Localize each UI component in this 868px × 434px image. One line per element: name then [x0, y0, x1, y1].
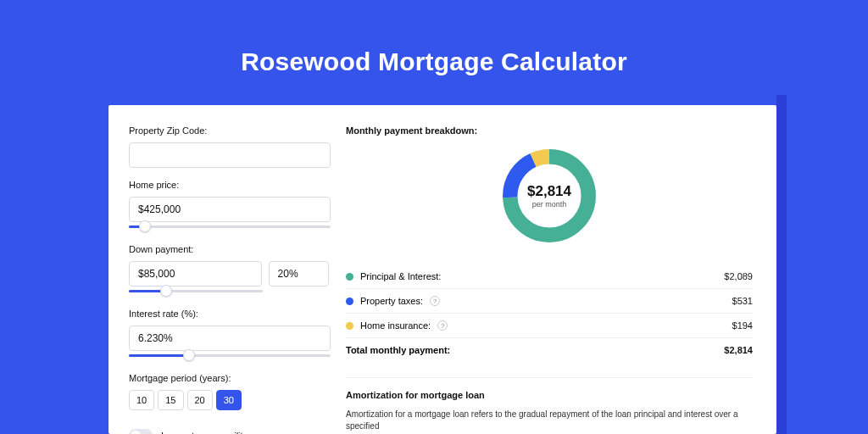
slider-fill: [129, 354, 189, 357]
legend-label: Home insurance:: [360, 320, 431, 331]
interest-group: Interest rate (%): 6.230%: [129, 309, 329, 361]
total-value: $2,814: [724, 345, 753, 355]
legend-row-insurance: Home insurance: ? $194: [346, 313, 753, 337]
calculator-card: Property Zip Code: Home price: $425,000 …: [108, 105, 776, 434]
veteran-toggle[interactable]: [129, 429, 153, 434]
zip-input[interactable]: [129, 142, 331, 168]
period-pill-row: 10 15 20 30: [129, 390, 329, 410]
page-background: Rosewood Mortgage Calculator Property Zi…: [0, 0, 868, 434]
help-icon[interactable]: ?: [430, 296, 440, 306]
period-label: Mortgage period (years):: [129, 373, 329, 383]
amortization-section: Amortization for mortgage loan Amortizat…: [346, 377, 753, 432]
toggle-knob: [131, 431, 141, 434]
legend-row-total: Total monthly payment: $2,814: [346, 337, 753, 362]
slider-thumb[interactable]: [183, 349, 195, 361]
home-price-group: Home price: $425,000: [129, 180, 329, 232]
home-price-value: $425,000: [138, 203, 181, 215]
period-option-30[interactable]: 30: [216, 390, 242, 410]
interest-slider[interactable]: [129, 349, 331, 361]
slider-thumb[interactable]: [160, 285, 172, 297]
total-label: Total monthly payment:: [346, 345, 450, 355]
dot-icon: [346, 298, 353, 305]
legend: Principal & Interest: $2,089 Property ta…: [346, 264, 753, 362]
legend-label: Property taxes:: [360, 296, 423, 306]
period-option-15[interactable]: 15: [158, 390, 183, 410]
interest-label: Interest rate (%):: [129, 309, 329, 319]
down-payment-pct-input[interactable]: 20%: [269, 261, 329, 287]
donut-per-month: per month: [532, 200, 567, 209]
amortization-text: Amortization for a mortgage loan refers …: [346, 409, 753, 432]
slider-track: [129, 225, 331, 228]
down-payment-group: Down payment: $85,000 20%: [129, 244, 329, 297]
amortization-title: Amortization for mortgage loan: [346, 390, 753, 400]
dot-icon: [346, 322, 353, 330]
donut-amount: $2,814: [527, 183, 571, 200]
donut-center: $2,814 per month: [498, 144, 601, 248]
legend-label: Principal & Interest:: [360, 271, 441, 281]
legend-row-taxes: Property taxes: ? $531: [346, 288, 753, 313]
legend-value: $531: [732, 296, 753, 306]
legend-value: $2,089: [724, 271, 753, 281]
veteran-label: I am veteran or military: [161, 431, 256, 434]
zip-label: Property Zip Code:: [129, 125, 329, 136]
help-icon[interactable]: ?: [437, 320, 448, 331]
period-option-20[interactable]: 20: [187, 390, 213, 410]
legend-value: $194: [732, 320, 753, 331]
input-panel: Property Zip Code: Home price: $425,000 …: [108, 105, 329, 434]
breakdown-title: Monthly payment breakdown:: [346, 125, 753, 136]
period-option-10[interactable]: 10: [129, 390, 154, 410]
donut-chart: $2,814 per month: [498, 144, 601, 248]
home-price-input[interactable]: $425,000: [129, 197, 331, 222]
down-payment-input[interactable]: $85,000: [129, 261, 262, 287]
breakdown-panel: Monthly payment breakdown: $2,814 per mo…: [329, 105, 776, 434]
down-payment-pct-value: 20%: [278, 268, 298, 280]
down-payment-label: Down payment:: [129, 244, 329, 254]
zip-group: Property Zip Code:: [129, 125, 329, 168]
slider-thumb[interactable]: [139, 220, 151, 232]
down-payment-slider[interactable]: [129, 285, 263, 297]
down-payment-value: $85,000: [138, 268, 175, 280]
home-price-slider[interactable]: [129, 220, 331, 232]
legend-row-principal: Principal & Interest: $2,089: [346, 264, 753, 288]
interest-input[interactable]: 6.230%: [129, 326, 331, 351]
donut-wrap: $2,814 per month: [346, 137, 753, 259]
home-price-label: Home price:: [129, 180, 329, 190]
dot-icon: [346, 273, 353, 281]
page-title: Rosewood Mortgage Calculator: [0, 0, 868, 98]
veteran-row: I am veteran or military: [129, 429, 329, 434]
interest-value: 6.230%: [138, 332, 173, 344]
period-group: Mortgage period (years): 10 15 20 30: [129, 373, 329, 410]
